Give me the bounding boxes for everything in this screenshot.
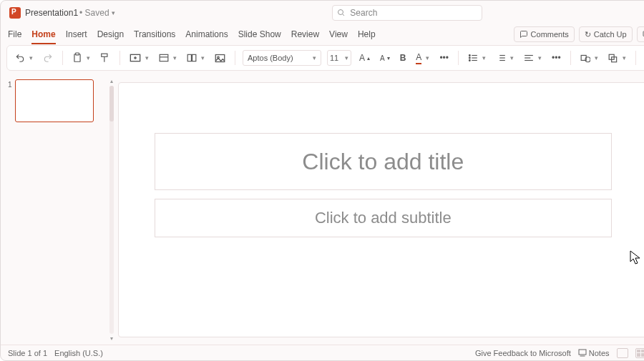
new-slide-button[interactable]: ▾ <box>127 51 151 64</box>
normal-view-button[interactable] <box>617 348 628 358</box>
tab-home[interactable]: Home <box>31 28 55 41</box>
svg-rect-12 <box>102 54 107 56</box>
tab-review[interactable]: Review <box>291 28 319 41</box>
tab-view[interactable]: View <box>329 28 348 41</box>
tab-design[interactable]: Design <box>97 28 124 41</box>
subtitle-placeholder[interactable]: Click to add subtitle <box>155 199 612 237</box>
decrease-font-button[interactable]: A▾ <box>378 53 392 64</box>
search-icon <box>337 9 346 17</box>
svg-point-26 <box>469 60 470 61</box>
font-size: 11 <box>330 54 338 62</box>
slide-thumbnails: 1 <box>1 75 108 345</box>
svg-point-0 <box>338 10 343 15</box>
align-button[interactable]: ▾ <box>522 52 544 64</box>
svg-rect-16 <box>160 54 168 61</box>
search-input[interactable]: Search <box>332 5 482 21</box>
tab-file[interactable]: File <box>8 28 21 41</box>
svg-line-1 <box>343 14 345 16</box>
svg-rect-11 <box>76 53 79 55</box>
svg-point-24 <box>469 57 470 59</box>
comments-label: Comments <box>531 30 569 39</box>
language-indicator[interactable]: English (U.S.) <box>54 349 103 357</box>
svg-point-22 <box>469 55 470 56</box>
increase-font-button[interactable]: A▴ <box>357 51 372 64</box>
picture-button[interactable] <box>213 52 228 64</box>
font-selector[interactable]: Aptos (Body)▾ <box>243 50 321 66</box>
present-button[interactable]: Present▾ <box>637 26 644 42</box>
notes-button[interactable]: Notes <box>578 349 610 357</box>
slide-number: 1 <box>8 81 12 89</box>
numbering-button[interactable]: ▾ <box>494 52 516 64</box>
save-state[interactable]: • Saved <box>79 8 109 18</box>
svg-rect-19 <box>192 54 196 61</box>
tab-slideshow[interactable]: Slide Show <box>238 28 281 41</box>
title-bar: Presentation1 • Saved ▾ Search <box>1 1 644 25</box>
redo-button[interactable] <box>41 51 55 64</box>
comments-button[interactable]: Comments <box>514 26 575 42</box>
document-name[interactable]: Presentation1 <box>25 8 78 18</box>
menu-bar: File Home Insert Design Transitions Anim… <box>1 25 644 44</box>
catchup-label: Catch Up <box>594 30 627 39</box>
more-paragraph-button[interactable]: ••• <box>550 51 563 64</box>
more-font-button[interactable]: ••• <box>437 51 451 64</box>
font-name: Aptos (Body) <box>248 54 293 62</box>
font-size-selector[interactable]: 11▾ <box>327 50 351 66</box>
title-placeholder[interactable]: Click to add title <box>155 133 612 190</box>
status-bar: Slide 1 of 1 English (U.S.) Give Feedbac… <box>1 345 644 360</box>
layout-button[interactable]: ▾ <box>157 52 179 64</box>
paste-button[interactable]: ▾ <box>70 51 92 65</box>
feedback-link[interactable]: Give Feedback to Microsoft <box>475 349 571 357</box>
notes-label: Notes <box>589 349 610 357</box>
ribbon: ▾ ▾ ▾ ▾ ▾ Aptos (Body)▾ 11▾ A▴ A▾ B A▾ •… <box>6 45 644 71</box>
tab-animations[interactable]: Animations <box>185 28 228 41</box>
font-color-button[interactable]: A▾ <box>414 51 431 66</box>
app-icon <box>9 7 21 19</box>
svg-rect-18 <box>187 54 191 61</box>
tab-help[interactable]: Help <box>358 28 376 41</box>
section-button[interactable]: ▾ <box>185 52 207 64</box>
svg-rect-51 <box>579 350 586 355</box>
sorter-view-button[interactable] <box>635 348 644 358</box>
shapes-button[interactable]: ▾ <box>578 52 600 64</box>
tab-transitions[interactable]: Transitions <box>134 28 175 41</box>
bold-button[interactable]: B <box>398 51 409 64</box>
chevron-down-icon[interactable]: ▾ <box>112 9 115 16</box>
thumbnail-scrollbar[interactable]: ▴▾ <box>108 75 115 345</box>
arrange-button[interactable]: ▾ <box>606 52 628 64</box>
svg-rect-20 <box>215 54 225 61</box>
undo-button[interactable]: ▾ <box>13 51 35 64</box>
bullets-button[interactable]: ▾ <box>466 52 488 64</box>
slide-indicator[interactable]: Slide 1 of 1 <box>8 349 47 357</box>
catchup-button[interactable]: ↻Catch Up <box>579 26 633 42</box>
slide-canvas[interactable]: Click to add title Click to add subtitle <box>118 82 644 337</box>
search-placeholder: Search <box>350 8 377 18</box>
slide-1-thumbnail[interactable] <box>15 79 94 122</box>
format-painter-button[interactable] <box>98 51 112 64</box>
tab-insert[interactable]: Insert <box>66 28 87 41</box>
